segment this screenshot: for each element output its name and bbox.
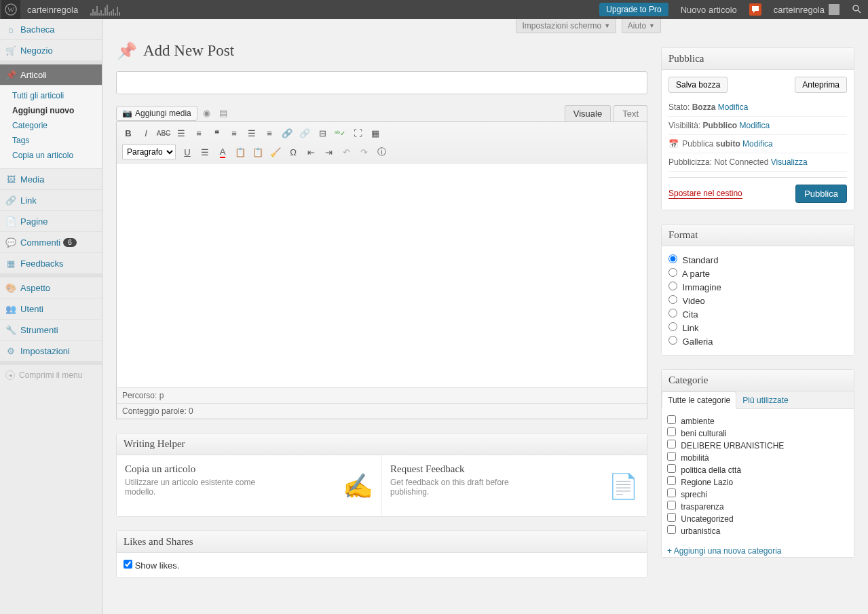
collapse-menu[interactable]: ◂Comprimi il menu (0, 365, 102, 385)
help-icon-button[interactable]: ⓘ (373, 145, 390, 159)
category-checkbox[interactable] (667, 415, 676, 424)
unlink-button[interactable]: 🔗 (297, 126, 313, 140)
submenu-categories[interactable]: Categorie (7, 118, 102, 133)
format-option[interactable]: Video (668, 294, 847, 307)
menu-comments[interactable]: 💬Commenti6 (0, 232, 102, 253)
paste-text-button[interactable]: 📋 (232, 145, 248, 159)
menu-appearance[interactable]: 🎨Aspetto (0, 277, 102, 299)
user-menu[interactable]: carteinregola (767, 0, 846, 19)
remove-format-button[interactable]: 🧹 (267, 145, 284, 159)
menu-users[interactable]: 👥Utenti (0, 299, 102, 320)
strike-button[interactable]: ABC (155, 126, 172, 140)
category-checkbox[interactable] (667, 452, 676, 461)
submenu-all-posts[interactable]: Tutti gli articoli (7, 88, 102, 103)
menu-settings[interactable]: ⚙Impostazioni (0, 341, 102, 362)
editor-content[interactable] (117, 164, 647, 387)
add-media-button[interactable]: 📷Aggiungi media (116, 106, 197, 121)
category-checkbox[interactable] (667, 501, 676, 510)
menu-media[interactable]: 🖼Media (0, 169, 102, 190)
kitchensink-button[interactable]: ▦ (367, 126, 383, 140)
redo-button[interactable]: ↷ (356, 145, 372, 159)
category-item[interactable]: politica della cttà (667, 463, 848, 476)
submenu-copy-post[interactable]: Copia un articolo (7, 148, 102, 163)
format-option[interactable]: Link (668, 321, 847, 334)
menu-links[interactable]: 🔗Link (0, 190, 102, 211)
format-option[interactable]: Immagine (668, 280, 847, 294)
edit-status-link[interactable]: Modifica (718, 102, 749, 112)
paste-word-button[interactable]: 📋 (250, 145, 266, 159)
align-left-button[interactable]: ≡ (226, 126, 242, 140)
undo-button[interactable]: ↶ (338, 145, 354, 159)
format-radio[interactable] (668, 254, 677, 263)
format-radio[interactable] (668, 322, 677, 331)
outdent-button[interactable]: ⇤ (303, 145, 319, 159)
format-option[interactable]: Galleria (668, 334, 847, 348)
help-button[interactable]: Aiuto▼ (622, 19, 661, 33)
indent-button[interactable]: ⇥ (320, 145, 337, 159)
edit-schedule-link[interactable]: Modifica (742, 139, 773, 149)
category-item[interactable]: trasparenza (667, 500, 848, 512)
publicize-view-link[interactable]: Visualizza (771, 157, 808, 167)
tab-text[interactable]: Text (614, 105, 647, 121)
format-radio[interactable] (668, 268, 677, 277)
underline-button[interactable]: U (179, 145, 195, 159)
menu-tools[interactable]: 🔧Strumenti (0, 320, 102, 341)
post-title-input[interactable] (116, 71, 647, 94)
textcolor-button[interactable]: A (214, 145, 231, 159)
category-item[interactable]: beni culturali (667, 427, 848, 439)
poll-icon[interactable]: ◉ (203, 108, 214, 119)
fullscreen-button[interactable]: ⛶ (350, 126, 366, 140)
copy-post-card[interactable]: Copia un articolo Utilizzare un articolo… (117, 455, 381, 516)
italic-button[interactable]: I (138, 126, 154, 140)
category-item[interactable]: sprechi (667, 488, 848, 500)
charmap-button[interactable]: Ω (285, 145, 301, 159)
blockquote-button[interactable]: ❝ (208, 126, 225, 140)
tab-all-categories[interactable]: Tutte le categorie (662, 391, 736, 409)
screen-options-button[interactable]: Impostazioni schermo▼ (516, 19, 616, 33)
bold-button[interactable]: B (120, 126, 136, 140)
format-radio[interactable] (668, 282, 677, 290)
category-item[interactable]: Uncategorized (667, 512, 848, 524)
tab-most-used[interactable]: Più utilizzate (736, 391, 794, 409)
paragraph-select[interactable]: Paragrafo (122, 145, 176, 159)
category-list[interactable]: ambiente beni culturali DELIBERE URBANIS… (662, 409, 854, 542)
bullet-list-button[interactable]: ☰ (173, 126, 189, 140)
form-icon[interactable]: ▤ (219, 108, 230, 119)
category-checkbox[interactable] (667, 488, 676, 497)
submenu-tags[interactable]: Tags (7, 133, 102, 148)
align-right-button[interactable]: ≡ (261, 126, 278, 140)
show-likes-checkbox[interactable] (124, 560, 132, 569)
format-radio[interactable] (668, 295, 677, 304)
format-option[interactable]: Cita (668, 307, 847, 321)
category-checkbox[interactable] (667, 440, 676, 448)
notification-icon[interactable] (749, 3, 761, 16)
tab-visual[interactable]: Visuale (565, 105, 611, 121)
spellcheck-button[interactable]: ᵃᵇ✓ (332, 126, 348, 140)
preview-button[interactable]: Anteprima (795, 77, 847, 93)
category-checkbox[interactable] (667, 427, 676, 436)
category-checkbox[interactable] (667, 476, 676, 485)
wp-logo-icon[interactable]: W (1, 0, 20, 19)
menu-posts[interactable]: 📌Articoli (0, 64, 102, 85)
format-radio[interactable] (668, 336, 677, 345)
add-category-link[interactable]: + Aggiungi una nuova categoria (662, 542, 854, 557)
category-checkbox[interactable] (667, 525, 676, 534)
site-name[interactable]: carteinregola (20, 5, 85, 15)
category-item[interactable]: Regione Lazio (667, 476, 848, 488)
more-button[interactable]: ⊟ (314, 126, 331, 140)
new-post-link[interactable]: Nuovo articolo (674, 0, 744, 19)
link-button[interactable]: 🔗 (279, 126, 295, 140)
menu-store[interactable]: 🛒Negozio (0, 40, 102, 61)
justify-button[interactable]: ☰ (197, 145, 213, 159)
trash-link[interactable]: Spostare nel cestino (668, 189, 742, 199)
admin-search-icon[interactable] (846, 4, 867, 16)
edit-visibility-link[interactable]: Modifica (740, 121, 770, 130)
category-item[interactable]: DELIBERE URBANISTICHE (667, 439, 848, 451)
save-draft-button[interactable]: Salva bozza (668, 77, 728, 93)
submenu-add-new[interactable]: Aggiungi nuovo (7, 103, 102, 118)
category-item[interactable]: mobilità (667, 451, 848, 463)
category-checkbox[interactable] (667, 464, 676, 473)
menu-feedbacks[interactable]: ▦Feedbacks (0, 253, 102, 274)
format-radio[interactable] (668, 309, 677, 318)
category-item[interactable]: ambiente (667, 415, 848, 427)
